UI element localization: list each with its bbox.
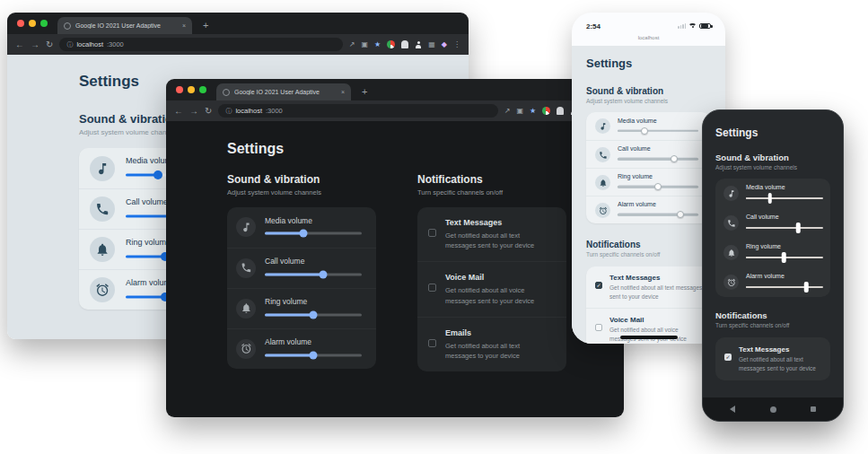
music-note-icon [90,156,115,181]
settings-page-dark: Settings Sound & vibration Adjust system… [166,121,624,417]
text-messages-checkbox[interactable] [724,354,732,361]
slider-thumb[interactable] [677,211,684,218]
open-in-new-icon[interactable]: ↗ [504,108,511,115]
zoom-window-button[interactable] [40,20,48,27]
media-volume-slider[interactable] [265,229,362,239]
slider-label: Media volume [746,184,823,190]
phone-icon [236,258,256,278]
site-info-icon[interactable]: ⓘ [66,40,73,49]
battery-icon [699,23,711,30]
notif-row-text-messages: Text Messages Get notified about all tex… [586,266,711,309]
address-bar[interactable]: ⓘ localhost :3000 [218,104,497,118]
slider-thumb[interactable] [767,193,772,204]
notif-desc: Get notified about all text messages sen… [739,355,825,373]
extension-colorwheel-icon[interactable] [542,107,550,115]
sound-heading: Sound & vibration [715,153,830,162]
profile-avatar-icon[interactable] [415,41,422,48]
slider-thumb[interactable] [641,127,648,135]
mobile-address-bar[interactable]: localhost [572,32,725,46]
phone-icon [723,215,739,231]
nav-home-icon[interactable] [770,406,776,413]
voice-mail-checkbox[interactable] [595,324,602,331]
collections-icon[interactable]: ▣ [517,108,524,115]
alarm-volume-slider[interactable] [746,282,823,292]
slider-thumb[interactable] [796,223,801,233]
call-volume-slider[interactable] [618,154,698,163]
close-window-button[interactable] [176,86,183,93]
call-volume-slider[interactable] [265,269,362,279]
browser-tab[interactable]: Google IO 2021 User Adaptive × [216,83,351,100]
tab-favicon-icon [223,89,230,96]
back-icon[interactable]: ← [15,40,24,49]
page-title: Settings [715,127,830,139]
bookmark-star-icon[interactable]: ★ [530,108,536,115]
reload-icon[interactable]: ↻ [205,107,212,116]
url-port: :3000 [107,40,124,48]
phone-icon [90,196,115,222]
collections-icon[interactable]: ▣ [362,41,369,48]
reload-icon[interactable]: ↻ [46,40,53,49]
text-messages-checkbox[interactable] [428,229,436,237]
new-tab-button[interactable]: + [362,87,367,97]
browser-tab[interactable]: Google IO 2021 User Adaptive × [57,17,192,34]
slider-thumb[interactable] [319,270,327,278]
alarm-volume-slider[interactable] [265,350,362,360]
minimize-window-button[interactable] [188,86,195,93]
slider-thumb[interactable] [153,170,162,179]
sound-column: Sound & vibration Adjust system volume c… [227,173,376,371]
sound-subheading: Adjust system volume channels [227,188,376,197]
notif-row-voice-mail: Voice Mail Get notified about all voice … [417,261,566,317]
slider-label: Call volume [265,257,362,266]
slider-thumb[interactable] [804,282,809,292]
browser-menu-icon[interactable]: ⋮ [453,41,460,48]
forward-icon[interactable]: → [189,107,198,116]
close-tab-icon[interactable]: × [341,89,345,95]
forward-icon[interactable]: → [31,40,39,49]
slider-thumb[interactable] [671,155,678,162]
open-in-new-icon[interactable]: ↗ [349,41,355,48]
ring-volume-slider[interactable] [746,252,823,263]
new-tab-button[interactable]: + [203,21,208,31]
slider-thumb[interactable] [782,252,786,263]
extension-colorwheel-icon[interactable] [387,40,395,48]
page-title: Settings [227,141,624,157]
sound-heading: Sound & vibration [227,173,376,186]
home-indicator[interactable] [620,336,678,339]
slider-thumb[interactable] [654,183,662,190]
slider-thumb[interactable] [310,351,318,359]
zoom-window-button[interactable] [199,86,206,93]
url-port: :3000 [266,107,283,115]
slider-thumb[interactable] [300,230,308,238]
ring-volume-slider[interactable] [618,182,698,191]
address-bar[interactable]: ⓘ localhost :3000 [59,38,342,51]
alarm-volume-slider[interactable] [618,210,698,219]
extension-grid-icon[interactable]: ▦ [428,41,435,48]
slider-label: Alarm volume [265,337,362,346]
nav-recents-icon[interactable] [811,406,816,412]
notif-desc: Get notified about all text messages sen… [445,231,551,251]
browser-window-dark: Google IO 2021 User Adaptive × + ← → ↻ ⓘ… [166,79,624,417]
site-info-icon[interactable]: ⓘ [225,107,232,116]
extension-ghost-icon[interactable] [557,107,564,115]
call-volume-slider[interactable] [746,223,823,233]
back-icon[interactable]: ← [174,107,183,116]
slider-thumb[interactable] [310,310,318,319]
extension-ghost-icon[interactable] [401,40,408,48]
emails-checkbox[interactable] [428,339,436,347]
phone-dark: Settings Sound & vibration Adjust system… [702,109,844,422]
notif-desc: Get notified about all voice messages se… [445,285,551,306]
nav-back-icon[interactable] [730,406,735,413]
ring-volume-slider[interactable] [265,310,362,319]
tab-favicon-icon [64,22,71,30]
minimize-window-button[interactable] [29,20,36,27]
slider-label: Alarm volume [618,201,698,207]
close-window-button[interactable] [17,20,24,27]
media-volume-slider[interactable] [618,127,698,135]
bell-icon [595,175,610,190]
extension-diamond-icon[interactable]: ◆ [442,41,447,48]
bookmark-star-icon[interactable]: ★ [374,41,381,48]
text-messages-checkbox[interactable] [595,282,602,289]
voice-mail-checkbox[interactable] [428,284,436,292]
media-volume-slider[interactable] [746,193,823,204]
close-tab-icon[interactable]: × [182,22,186,29]
